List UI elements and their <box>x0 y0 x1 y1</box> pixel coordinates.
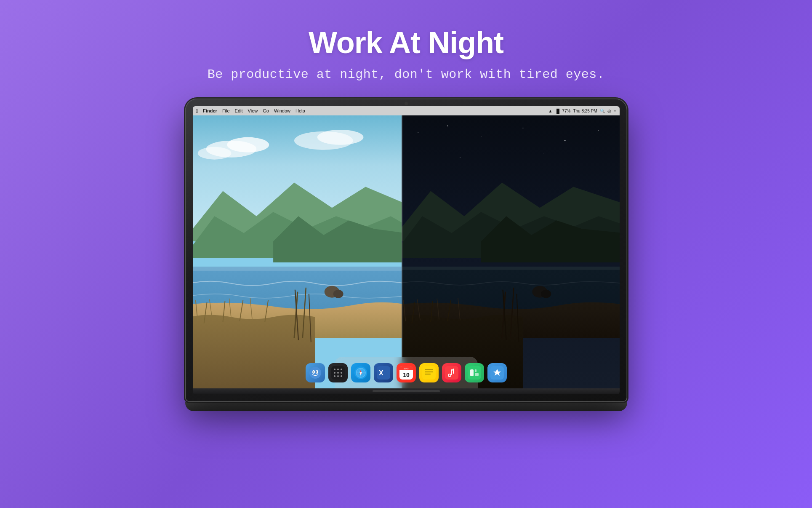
dock-icon-xcode: X <box>374 363 393 382</box>
svg-point-36 <box>460 157 461 158</box>
svg-text:X: X <box>379 369 383 377</box>
dock-icon-numbers <box>465 363 484 382</box>
svg-point-34 <box>598 130 599 131</box>
svg-point-33 <box>564 140 566 141</box>
svg-point-31 <box>481 136 482 137</box>
dock-icon-calendar: 10 MAY <box>397 363 416 382</box>
menubar-search-icon: 🔍 <box>600 109 605 113</box>
camera-notch <box>405 102 408 105</box>
svg-point-69 <box>334 375 335 377</box>
svg-point-63 <box>334 369 335 370</box>
dock-icon-music <box>442 363 461 382</box>
apple-logo-icon:  <box>196 108 198 114</box>
svg-point-4 <box>197 147 231 160</box>
menu-finder: Finder <box>203 108 217 113</box>
dock-icon-finder <box>306 363 325 382</box>
menubar-clock: Thu 8:25 PM <box>573 109 597 113</box>
dock-icon-safari <box>351 363 370 382</box>
svg-point-68 <box>341 372 342 374</box>
screen-left-bright <box>193 115 402 388</box>
svg-point-27 <box>333 290 343 298</box>
svg-rect-89 <box>425 374 431 374</box>
laptop-stand <box>185 402 627 411</box>
menubar-left:  Finder File Edit View Go Window Help <box>196 108 305 114</box>
svg-point-66 <box>334 372 335 374</box>
laptop-body:  Finder File Edit View Go Window Help ▲… <box>185 99 627 402</box>
menu-help: Help <box>296 108 305 113</box>
svg-rect-99 <box>475 373 479 376</box>
laptop-mockup:  Finder File Edit View Go Window Help ▲… <box>185 99 627 411</box>
menu-window: Window <box>274 108 290 113</box>
menubar:  Finder File Edit View Go Window Help ▲… <box>193 106 620 115</box>
menubar-wifi-icon: ▲ <box>548 109 553 113</box>
dock: X 10 MAY <box>335 357 478 388</box>
menubar-battery: ▐▌ 77% <box>555 109 570 113</box>
app-title: Work At Night <box>208 25 605 60</box>
menu-file: File <box>222 108 230 113</box>
svg-point-35 <box>544 153 545 154</box>
screen-right-dark <box>402 115 619 388</box>
svg-rect-88 <box>425 372 433 372</box>
svg-rect-95 <box>451 369 454 371</box>
svg-point-67 <box>337 372 339 374</box>
app-subtitle: Be productive at night, don't work with … <box>208 67 605 82</box>
svg-point-56 <box>541 290 551 298</box>
menu-view: View <box>248 108 258 113</box>
menu-go: Go <box>263 108 269 113</box>
svg-text:10: 10 <box>403 372 410 378</box>
svg-point-61 <box>316 371 317 372</box>
svg-point-92 <box>449 374 450 376</box>
screen-area:  Finder File Edit View Go Window Help ▲… <box>193 106 620 388</box>
svg-point-71 <box>341 375 342 377</box>
menu-edit: Edit <box>235 108 243 113</box>
svg-point-57 <box>309 367 321 379</box>
svg-rect-98 <box>475 369 477 372</box>
svg-point-30 <box>447 126 448 126</box>
svg-point-70 <box>337 375 339 377</box>
svg-point-65 <box>341 369 342 370</box>
svg-point-60 <box>312 371 314 372</box>
screen-content: X 10 MAY <box>193 115 620 388</box>
svg-point-29 <box>418 132 419 133</box>
svg-point-64 <box>337 369 339 370</box>
menubar-menu-icon: ≡ <box>614 109 616 113</box>
laptop-base <box>193 388 620 394</box>
svg-rect-94 <box>453 369 454 374</box>
dock-icon-launchpad <box>328 363 348 382</box>
svg-rect-96 <box>468 366 481 380</box>
svg-point-32 <box>523 128 524 128</box>
dock-icon-appstore <box>487 363 507 382</box>
svg-rect-43 <box>402 267 619 270</box>
header-section: Work At Night Be productive at night, do… <box>208 0 605 94</box>
menubar-right: ▲ ▐▌ 77% Thu 8:25 PM 🔍 ◎ ≡ <box>548 109 616 113</box>
svg-point-3 <box>227 137 269 152</box>
svg-point-6 <box>317 130 363 145</box>
svg-rect-87 <box>425 369 433 370</box>
screen-divider <box>402 115 402 388</box>
svg-text:MAY: MAY <box>403 367 409 370</box>
menubar-siri-icon: ◎ <box>607 109 611 113</box>
svg-rect-86 <box>422 366 436 380</box>
svg-rect-97 <box>470 369 474 376</box>
svg-rect-13 <box>193 267 402 271</box>
dock-icon-notes <box>419 363 439 382</box>
